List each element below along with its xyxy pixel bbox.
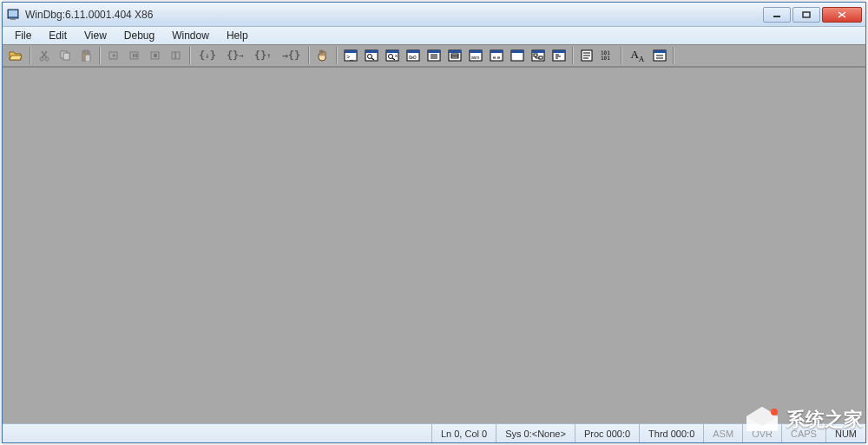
step-out-icon: {}↑ (250, 46, 276, 65)
status-sys: Sys 0:<None> (496, 424, 575, 442)
svg-text:0x0: 0x0 (409, 55, 417, 60)
maximize-button[interactable] (792, 7, 820, 23)
step-over-icon: {}→ (222, 46, 248, 65)
open-icon[interactable] (7, 46, 26, 65)
main-window: WinDbg:6.11.0001.404 X86 File Edit View … (2, 2, 866, 443)
source-window-icon[interactable] (508, 46, 527, 65)
menu-view[interactable]: View (76, 28, 115, 43)
copy-icon (56, 46, 75, 65)
watch-window-icon[interactable] (362, 46, 381, 65)
client-area (3, 67, 865, 423)
svg-rect-43 (449, 50, 461, 53)
step-into-icon: {↓} (194, 46, 220, 65)
svg-rect-50 (490, 50, 503, 53)
svg-rect-26 (365, 50, 378, 53)
svg-rect-38 (428, 50, 440, 53)
binary-icon[interactable]: 101101 (598, 46, 617, 65)
close-button[interactable] (822, 7, 862, 23)
svg-text:asm: asm (471, 55, 479, 60)
restart-icon (125, 46, 144, 65)
app-icon (6, 8, 20, 22)
menu-debug[interactable]: Debug (115, 28, 163, 43)
status-proc: Proc 000:0 (575, 424, 639, 442)
go-icon (104, 46, 123, 65)
svg-rect-2 (10, 18, 16, 20)
toolbar-separator (572, 47, 574, 64)
paste-icon (76, 46, 95, 65)
svg-rect-23 (345, 50, 357, 53)
svg-rect-55 (532, 50, 544, 53)
status-ovr: OVR (742, 424, 781, 442)
svg-rect-14 (84, 50, 88, 53)
svg-rect-15 (85, 55, 90, 62)
menu-edit[interactable]: Edit (40, 28, 76, 43)
toolbar-separator (308, 47, 310, 64)
status-thrd: Thrd 000:0 (639, 424, 703, 442)
svg-rect-1 (9, 10, 17, 16)
svg-rect-12 (63, 53, 69, 60)
processes-window-icon[interactable] (529, 46, 548, 65)
svg-rect-72 (654, 50, 666, 53)
statusbar: Ln 0, Col 0 Sys 0:<None> Proc 000:0 Thrd… (3, 423, 865, 442)
titlebar[interactable]: WinDbg:6.11.0001.404 X86 (3, 3, 865, 27)
status-caps: CAPS (781, 424, 825, 442)
toolbar-separator (189, 47, 191, 64)
svg-rect-4 (803, 12, 810, 17)
options-icon[interactable] (650, 46, 669, 65)
svg-text:x: x (395, 53, 398, 58)
svg-rect-19 (154, 54, 157, 57)
registers-window-icon[interactable]: 0x0 (404, 46, 423, 65)
font-icon[interactable]: AA (626, 46, 648, 65)
window-title: WinDbg:6.11.0001.404 X86 (25, 9, 763, 21)
menu-file[interactable]: File (6, 28, 40, 43)
menu-help[interactable]: Help (218, 28, 257, 43)
callstack-window-icon[interactable] (445, 46, 464, 65)
toolbar: {↓} {}→ {}↑ →{} >_ x 0x0 asm e.e (3, 44, 865, 67)
hand-icon[interactable] (313, 46, 332, 65)
menu-window[interactable]: Window (163, 28, 218, 43)
menubar: File Edit View Debug Window Help (3, 27, 865, 44)
minimize-button[interactable] (763, 7, 791, 23)
threads-window-icon[interactable] (549, 46, 569, 65)
status-num: NUM (825, 424, 865, 442)
status-asm: ASM (703, 424, 742, 442)
svg-text:>_: >_ (346, 54, 353, 61)
toolbar-separator (30, 47, 31, 64)
toolbar-separator (99, 47, 101, 64)
src-mode-toggle-icon[interactable] (577, 46, 596, 65)
svg-text:101: 101 (601, 55, 610, 61)
status-ln-col: Ln 0, Col 0 (431, 424, 496, 442)
toolbar-separator (673, 47, 674, 64)
command-window-icon[interactable]: >_ (341, 46, 360, 65)
scratchpad-window-icon[interactable]: e.e (487, 46, 506, 65)
run-to-cursor-icon: →{} (278, 46, 306, 65)
svg-rect-47 (470, 50, 482, 53)
svg-text:e.e: e.e (493, 55, 501, 60)
locals-window-icon[interactable]: x (383, 46, 402, 65)
stop-icon (146, 46, 165, 65)
toolbar-separator (336, 47, 338, 64)
memory-window-icon[interactable] (424, 46, 444, 65)
svg-rect-61 (553, 50, 565, 53)
svg-rect-35 (407, 50, 419, 53)
window-controls (763, 7, 862, 23)
toolbar-separator (621, 47, 622, 64)
svg-rect-53 (511, 50, 523, 53)
cut-icon (35, 46, 54, 65)
disasm-window-icon[interactable]: asm (466, 46, 485, 65)
break-icon (167, 46, 186, 65)
